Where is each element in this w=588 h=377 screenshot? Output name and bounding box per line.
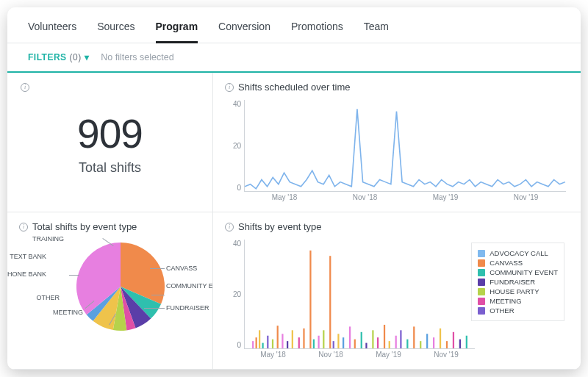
pie-chart: CANVASS COMMUNITY EVENT FUNDRAISER TRAIN… xyxy=(19,237,201,362)
tab-program[interactable]: Program xyxy=(156,21,198,43)
legend-label: OTHER xyxy=(490,306,514,315)
total-shifts-value: 909 xyxy=(77,112,143,157)
y-tick: 20 xyxy=(225,142,241,150)
filters-label: FILTERS xyxy=(28,52,67,62)
tab-promotions[interactable]: Promotions xyxy=(291,21,343,43)
pie-label: TEXT BANK xyxy=(7,253,46,260)
swatch-icon xyxy=(478,269,485,276)
x-axis: May '18 Nov '18 May '19 Nov '19 xyxy=(244,351,475,362)
swatch-icon xyxy=(478,279,485,286)
legend: ADVOCACY CALL CANVASS COMMUNITY EVENT FU… xyxy=(471,243,564,321)
legend-label: ADVOCACY CALL xyxy=(490,249,548,257)
filters-count: (0) xyxy=(70,52,82,62)
x-tick: Nov '18 xyxy=(318,351,343,362)
x-tick: May '19 xyxy=(376,351,401,362)
filters-dropdown[interactable]: FILTERS (0) ▾ xyxy=(28,52,89,62)
total-shifts-card: i 909 Total shifts xyxy=(7,73,213,212)
tab-sources[interactable]: Sources xyxy=(97,21,135,43)
line-series xyxy=(245,109,565,189)
swatch-icon xyxy=(478,307,485,315)
y-tick: 0 xyxy=(225,341,241,349)
x-tick: May '19 xyxy=(433,193,459,205)
legend-label: FUNDRAISER xyxy=(490,278,535,286)
y-axis: 40 20 0 xyxy=(225,240,241,349)
y-tick: 20 xyxy=(225,290,241,298)
swatch-icon xyxy=(478,259,485,267)
legend-label: COMMUNITY EVENT xyxy=(490,268,558,276)
shifts-over-time-card: i Shifts scheduled over time 40 20 0 May… xyxy=(213,73,581,212)
legend-label: CANVASS xyxy=(490,259,523,267)
tab-volunteers[interactable]: Volunteers xyxy=(28,21,76,43)
legend-label: MEETING xyxy=(490,297,521,305)
x-tick: Nov '18 xyxy=(353,193,378,205)
chart-title: Shifts by event type xyxy=(238,221,321,232)
swatch-icon xyxy=(478,298,485,305)
filter-bar: FILTERS (0) ▾ No filters selected xyxy=(7,43,581,73)
x-tick: May '18 xyxy=(272,193,298,205)
content-grid: i 909 Total shifts i Shifts scheduled ov… xyxy=(7,73,581,370)
chevron-down-icon: ▾ xyxy=(85,52,90,62)
pie-label: TRAINING xyxy=(20,235,64,243)
pie-label: MEETING xyxy=(39,309,83,316)
shifts-by-type-pie-card: i Total shifts by event type CANVASS xyxy=(7,212,213,370)
legend-label: HOUSE PARTY xyxy=(490,287,539,295)
pie-label: PHONE BANK xyxy=(7,270,46,278)
filters-empty-text: No filters selected xyxy=(101,52,173,62)
tab-team[interactable]: Team xyxy=(364,21,389,43)
chart-title: Total shifts by event type xyxy=(32,221,137,232)
x-tick: Nov '19 xyxy=(434,351,459,362)
pie-label: CANVASS xyxy=(166,265,197,272)
info-icon[interactable]: i xyxy=(225,83,234,92)
x-tick: May '18 xyxy=(260,351,286,362)
stacked-bar-plot xyxy=(244,240,475,349)
x-tick: Nov '19 xyxy=(514,193,539,205)
info-icon[interactable]: i xyxy=(21,83,29,92)
pie-label: OTHER xyxy=(23,294,60,301)
chart-title: Shifts scheduled over time xyxy=(238,82,350,93)
dashboard-window: Volunteers Sources Program Conversion Pr… xyxy=(7,7,581,370)
shifts-by-type-bars-card: i Shifts by event type 40 20 0 xyxy=(213,212,581,370)
y-tick: 40 xyxy=(225,100,241,108)
total-shifts-label: Total shifts xyxy=(79,160,141,176)
tab-bar: Volunteers Sources Program Conversion Pr… xyxy=(7,7,581,43)
line-chart-plot xyxy=(244,100,566,192)
info-icon[interactable]: i xyxy=(19,223,28,231)
y-axis: 40 20 0 xyxy=(225,100,241,192)
swatch-icon xyxy=(478,288,485,295)
x-axis: May '18 Nov '18 May '19 Nov '19 xyxy=(244,193,566,205)
pie-label: FUNDRAISER xyxy=(166,304,209,312)
info-icon[interactable]: i xyxy=(225,223,234,231)
y-tick: 40 xyxy=(225,240,241,248)
tab-conversion[interactable]: Conversion xyxy=(218,21,270,43)
swatch-icon xyxy=(478,250,485,257)
y-tick: 0 xyxy=(225,184,241,192)
pie-label: COMMUNITY EVENT xyxy=(166,282,213,290)
